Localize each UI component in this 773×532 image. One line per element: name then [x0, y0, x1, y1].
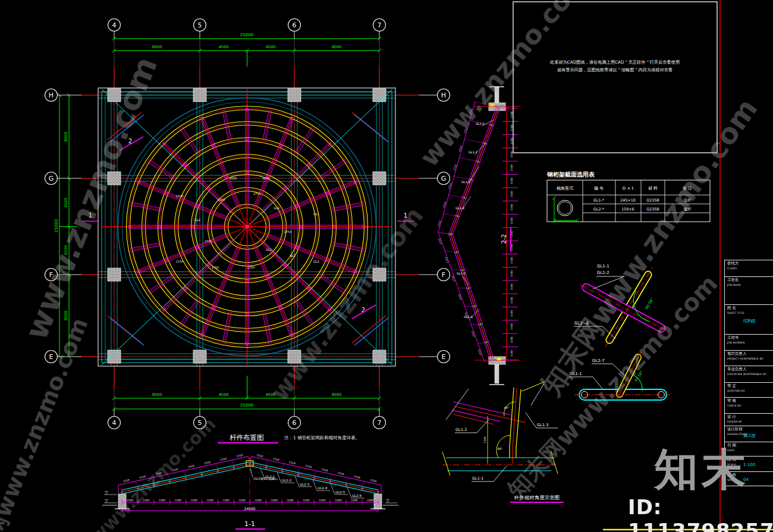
notice-line-1: 此素材为CAD图纸，请在电脑上用CAD＂天正软件＂打开后查看使用 — [549, 59, 680, 65]
gl1-3-line — [516, 389, 521, 448]
line-shape — [362, 481, 365, 486]
segment-dim: 4500 — [219, 45, 229, 49]
tick-dim: 1500 — [510, 125, 513, 131]
slope-dim: 1518 — [370, 479, 377, 483]
line-shape — [256, 119, 293, 208]
circle-shape — [559, 202, 571, 215]
cell-dim: 1500 — [207, 499, 213, 502]
member-label: GL2 — [313, 260, 319, 263]
label-gl1-2: GL1-2 — [597, 270, 609, 275]
table-header-no: 编 号 — [594, 186, 604, 191]
cell-dim: 1500 — [335, 499, 341, 502]
line-shape — [267, 233, 356, 270]
label-gl1-1: GL1-1 — [597, 264, 609, 269]
table-header-mat: 材 料 — [648, 186, 658, 191]
axis-label: H — [49, 92, 54, 99]
line-shape — [296, 300, 313, 326]
line-shape — [182, 127, 199, 153]
line-shape — [139, 184, 228, 221]
line-shape — [445, 251, 457, 252]
slope-dim: 1518 — [305, 464, 312, 468]
line-shape — [181, 128, 198, 154]
segment-dim: 4500 — [219, 392, 229, 397]
cell-dim: 1500 — [191, 499, 197, 502]
section-1-1-caption: 1-1 — [244, 520, 255, 528]
axis-label: 7 — [378, 21, 382, 29]
line-shape — [180, 129, 197, 155]
slope-dim: 1518 — [321, 468, 328, 472]
line-shape — [148, 275, 174, 292]
line-shape — [313, 480, 317, 490]
member-label: GL2 — [194, 218, 200, 222]
line-shape — [256, 245, 293, 335]
leader-label: GL2-3 — [300, 483, 310, 486]
label-gl1-1: GL1-1 — [472, 476, 483, 481]
line-shape — [459, 158, 477, 161]
tick-dim: 1500 — [510, 138, 513, 144]
end-tick — [442, 452, 450, 476]
line-shape — [148, 160, 174, 178]
slope-dim: 1518 — [272, 457, 279, 461]
line-shape — [182, 300, 199, 326]
cell-dim: 1500 — [175, 499, 181, 502]
column-block — [108, 350, 121, 363]
axis-label: H — [441, 92, 446, 99]
table-title: 钢桁架截面选用表 — [546, 171, 595, 178]
cell-dim: 1500 — [223, 499, 230, 502]
line-shape — [297, 129, 314, 155]
slope-dim: 1518 — [256, 454, 263, 458]
slope-dim: 1518 — [289, 461, 296, 465]
slope-dim: 1517 — [457, 294, 462, 301]
tick-dim: 1500 — [510, 191, 513, 197]
axis-label: F — [442, 271, 445, 279]
line-shape — [147, 162, 174, 179]
column-block — [373, 89, 386, 102]
member-label: GL2 — [290, 254, 296, 257]
segment-dim: 8000 — [152, 392, 162, 397]
angle-value: 86° — [498, 447, 503, 451]
slope-dim: 1518 — [354, 475, 361, 479]
column-block — [373, 172, 386, 185]
total-dim: 24000 — [244, 506, 255, 511]
tick-dim: 1500 — [510, 284, 513, 290]
section-2-2-caption: 2-2 — [501, 234, 507, 244]
dim-value: 1500 — [483, 436, 486, 443]
column-block — [193, 350, 206, 363]
slope-dim: 1517 — [477, 349, 482, 356]
member-label: 1700 — [247, 266, 255, 269]
angle-arc — [497, 435, 510, 458]
tick-dim: 1500 — [510, 270, 513, 277]
watermark-text: www.znzmo.com — [414, 0, 595, 172]
tick-dim: 1500 — [510, 323, 513, 330]
axis-label: 6 — [293, 419, 297, 427]
line-shape — [331, 484, 335, 495]
member-label: GL1 — [266, 248, 272, 251]
line-shape — [253, 181, 357, 225]
tick-dim: 1500 — [510, 336, 513, 343]
table-cell: 159×6 — [621, 207, 634, 211]
notice-line-2: 如有显示问题，且图纸效果请以＂缩略图＂内容为准核对查看 — [557, 67, 673, 73]
line-shape — [320, 162, 347, 179]
member-label: 1500 — [262, 177, 270, 180]
line-shape — [277, 472, 281, 483]
slope-dim: 1518 — [236, 454, 243, 458]
line-shape — [296, 128, 313, 154]
line-shape — [315, 471, 317, 475]
slope-dim: 1518 — [187, 464, 194, 468]
line-shape — [253, 247, 290, 336]
slope-dim: 1517 — [438, 238, 442, 245]
line-shape — [266, 236, 355, 273]
tick-dim: 1500 — [510, 178, 513, 184]
line-shape — [330, 474, 332, 479]
line-shape — [149, 276, 175, 294]
column-block — [288, 89, 301, 102]
line-shape — [454, 177, 472, 180]
label-gl2-7: GL2-7 — [592, 358, 605, 363]
line-shape — [147, 274, 174, 291]
member-label: GL1-6 — [464, 315, 473, 319]
plan-note: 注：1 钢管桁架间距和相对角度详表。 — [284, 435, 360, 440]
line-shape — [139, 233, 228, 270]
column-block — [193, 89, 206, 102]
tick-dim: 1500 — [510, 164, 513, 171]
table-header-dxt: D × t — [623, 186, 634, 191]
